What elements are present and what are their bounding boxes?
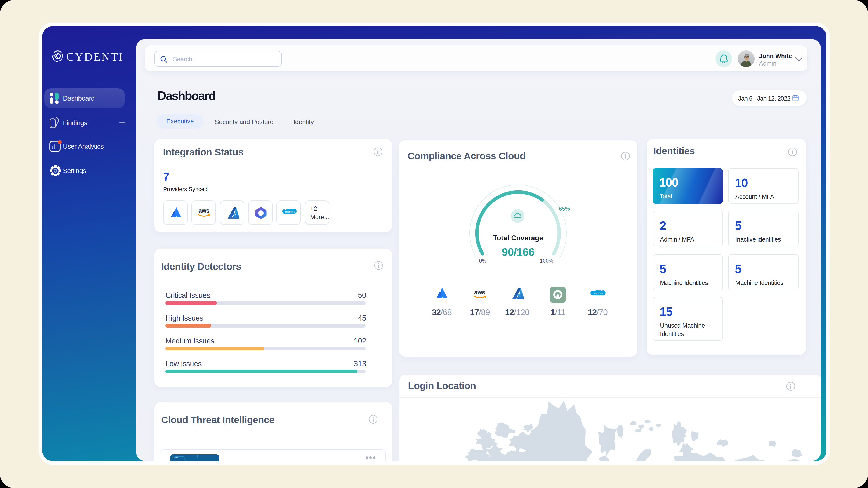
svg-text:aws: aws bbox=[474, 289, 485, 296]
svg-text:salesforce: salesforce bbox=[593, 292, 603, 295]
svg-text:aws: aws bbox=[198, 207, 209, 214]
svg-text:salesforce: salesforce bbox=[285, 210, 294, 213]
svg-text:Geek: Geek bbox=[172, 456, 178, 459]
